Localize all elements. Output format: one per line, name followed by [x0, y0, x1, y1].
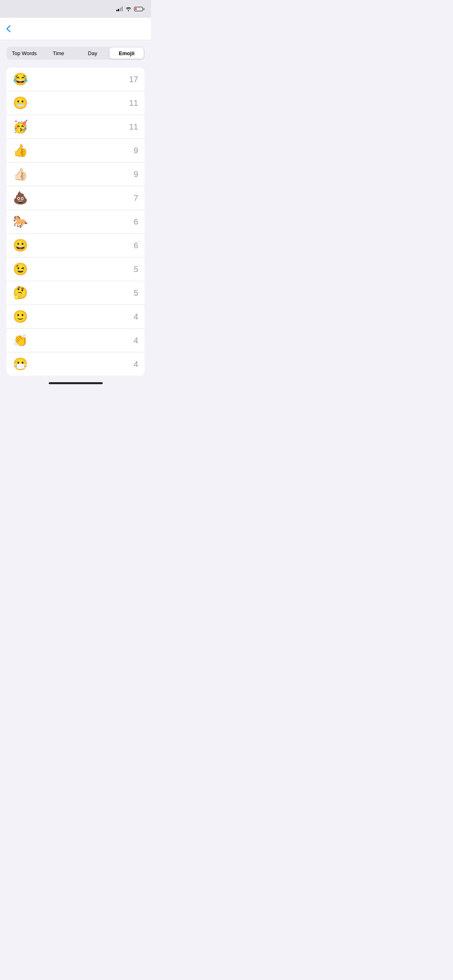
wifi-icon [125, 6, 132, 11]
list-item: 😷4 [6, 352, 145, 376]
segment-item-time[interactable]: Time [41, 47, 76, 59]
list-item: 💩7 [6, 186, 145, 210]
emoji-count: 6 [134, 217, 138, 226]
emoji-list: 😂17😬11🥳11👍9👍🏻9💩7🐎6😀6😉5🤔5🙂4👏4😷4 [6, 68, 145, 376]
nav-bar [0, 18, 151, 40]
emoji-character: 👍 [13, 144, 29, 156]
emoji-character: 😉 [13, 263, 29, 275]
emoji-count: 11 [129, 99, 138, 108]
emoji-character: 😷 [13, 358, 29, 370]
emoji-count: 17 [129, 75, 138, 84]
emoji-character: 🙂 [13, 311, 29, 323]
list-item: 👏4 [6, 329, 145, 352]
segment-control: Top WordsTimeDayEmojii [6, 47, 145, 60]
list-item: 😉5 [6, 257, 145, 281]
segment-item-day[interactable]: Day [76, 47, 110, 59]
emoji-count: 5 [134, 288, 138, 298]
list-item: 🙂4 [6, 305, 145, 329]
segment-item-emojii[interactable]: Emojii [110, 47, 144, 59]
emoji-count: 6 [134, 241, 138, 250]
emoji-count: 7 [134, 194, 138, 203]
list-item: 😂17 [6, 68, 145, 91]
emoji-count: 5 [134, 265, 138, 274]
list-item: 😬11 [6, 91, 145, 115]
emoji-count: 11 [129, 122, 138, 132]
home-bar [49, 382, 103, 384]
segment-item-top-words[interactable]: Top Words [7, 47, 41, 59]
emoji-character: 👏 [13, 334, 29, 346]
segment-wrapper: Top WordsTimeDayEmojii [0, 40, 151, 60]
emoji-character: 🥳 [13, 121, 29, 133]
list-item: 🥳11 [6, 115, 145, 139]
battery-icon [134, 7, 145, 11]
list-item: 🐎6 [6, 210, 145, 234]
back-button[interactable] [6, 25, 12, 32]
emoji-count: 9 [134, 170, 138, 179]
emoji-count: 4 [134, 312, 138, 321]
status-icons [116, 6, 145, 11]
emoji-character: 💩 [13, 192, 29, 204]
emoji-character: 😂 [13, 73, 29, 85]
emoji-character: 🐎 [13, 216, 29, 228]
list-item: 👍🏻9 [6, 163, 145, 186]
emoji-character: 😬 [13, 97, 29, 109]
list-item: 👍9 [6, 139, 145, 163]
list-item: 😀6 [6, 234, 145, 257]
emoji-count: 4 [134, 336, 138, 345]
emoji-character: 👍🏻 [13, 168, 29, 180]
emoji-character: 😀 [13, 239, 29, 251]
emoji-count: 9 [134, 146, 138, 155]
list-item: 🤔5 [6, 281, 145, 305]
emoji-count: 4 [134, 360, 138, 369]
home-indicator [0, 376, 151, 387]
signal-icon [116, 6, 123, 11]
status-bar [0, 0, 151, 18]
emoji-character: 🤔 [13, 287, 29, 299]
